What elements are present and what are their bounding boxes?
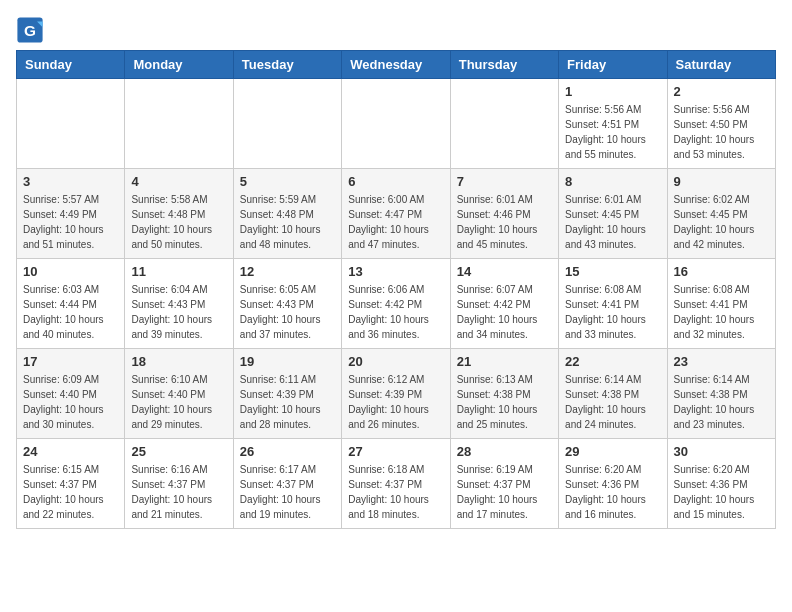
day-number: 14: [457, 264, 552, 279]
calendar-cell: 5Sunrise: 5:59 AMSunset: 4:48 PMDaylight…: [233, 169, 341, 259]
day-number: 17: [23, 354, 118, 369]
calendar-header-saturday: Saturday: [667, 51, 775, 79]
day-info: Sunrise: 6:20 AMSunset: 4:36 PMDaylight:…: [565, 462, 660, 522]
calendar-cell: 8Sunrise: 6:01 AMSunset: 4:45 PMDaylight…: [559, 169, 667, 259]
calendar-header-row: SundayMondayTuesdayWednesdayThursdayFrid…: [17, 51, 776, 79]
calendar-cell: 26Sunrise: 6:17 AMSunset: 4:37 PMDayligh…: [233, 439, 341, 529]
day-number: 20: [348, 354, 443, 369]
calendar-table: SundayMondayTuesdayWednesdayThursdayFrid…: [16, 50, 776, 529]
calendar-cell: 14Sunrise: 6:07 AMSunset: 4:42 PMDayligh…: [450, 259, 558, 349]
day-info: Sunrise: 5:56 AMSunset: 4:50 PMDaylight:…: [674, 102, 769, 162]
day-info: Sunrise: 6:00 AMSunset: 4:47 PMDaylight:…: [348, 192, 443, 252]
logo-icon: G: [16, 16, 44, 44]
day-number: 5: [240, 174, 335, 189]
calendar-cell: 4Sunrise: 5:58 AMSunset: 4:48 PMDaylight…: [125, 169, 233, 259]
calendar-cell: 21Sunrise: 6:13 AMSunset: 4:38 PMDayligh…: [450, 349, 558, 439]
calendar-cell: [125, 79, 233, 169]
calendar-cell: 9Sunrise: 6:02 AMSunset: 4:45 PMDaylight…: [667, 169, 775, 259]
day-info: Sunrise: 6:08 AMSunset: 4:41 PMDaylight:…: [674, 282, 769, 342]
calendar-week-row: 17Sunrise: 6:09 AMSunset: 4:40 PMDayligh…: [17, 349, 776, 439]
calendar-cell: 16Sunrise: 6:08 AMSunset: 4:41 PMDayligh…: [667, 259, 775, 349]
calendar-header-friday: Friday: [559, 51, 667, 79]
day-number: 24: [23, 444, 118, 459]
day-number: 28: [457, 444, 552, 459]
calendar-header-sunday: Sunday: [17, 51, 125, 79]
calendar-cell: 11Sunrise: 6:04 AMSunset: 4:43 PMDayligh…: [125, 259, 233, 349]
day-number: 27: [348, 444, 443, 459]
day-info: Sunrise: 6:16 AMSunset: 4:37 PMDaylight:…: [131, 462, 226, 522]
day-number: 3: [23, 174, 118, 189]
calendar-cell: 29Sunrise: 6:20 AMSunset: 4:36 PMDayligh…: [559, 439, 667, 529]
day-info: Sunrise: 6:18 AMSunset: 4:37 PMDaylight:…: [348, 462, 443, 522]
day-number: 26: [240, 444, 335, 459]
day-number: 29: [565, 444, 660, 459]
day-number: 10: [23, 264, 118, 279]
day-info: Sunrise: 6:14 AMSunset: 4:38 PMDaylight:…: [674, 372, 769, 432]
calendar-cell: 7Sunrise: 6:01 AMSunset: 4:46 PMDaylight…: [450, 169, 558, 259]
calendar-week-row: 24Sunrise: 6:15 AMSunset: 4:37 PMDayligh…: [17, 439, 776, 529]
day-number: 21: [457, 354, 552, 369]
day-number: 23: [674, 354, 769, 369]
day-number: 9: [674, 174, 769, 189]
calendar-week-row: 3Sunrise: 5:57 AMSunset: 4:49 PMDaylight…: [17, 169, 776, 259]
calendar-cell: 12Sunrise: 6:05 AMSunset: 4:43 PMDayligh…: [233, 259, 341, 349]
day-number: 13: [348, 264, 443, 279]
day-info: Sunrise: 6:10 AMSunset: 4:40 PMDaylight:…: [131, 372, 226, 432]
calendar-cell: 1Sunrise: 5:56 AMSunset: 4:51 PMDaylight…: [559, 79, 667, 169]
day-info: Sunrise: 6:12 AMSunset: 4:39 PMDaylight:…: [348, 372, 443, 432]
day-info: Sunrise: 6:19 AMSunset: 4:37 PMDaylight:…: [457, 462, 552, 522]
calendar-header-tuesday: Tuesday: [233, 51, 341, 79]
day-number: 7: [457, 174, 552, 189]
day-info: Sunrise: 6:07 AMSunset: 4:42 PMDaylight:…: [457, 282, 552, 342]
calendar-cell: 2Sunrise: 5:56 AMSunset: 4:50 PMDaylight…: [667, 79, 775, 169]
day-info: Sunrise: 6:01 AMSunset: 4:45 PMDaylight:…: [565, 192, 660, 252]
day-number: 2: [674, 84, 769, 99]
calendar-header-monday: Monday: [125, 51, 233, 79]
day-info: Sunrise: 5:57 AMSunset: 4:49 PMDaylight:…: [23, 192, 118, 252]
day-info: Sunrise: 6:14 AMSunset: 4:38 PMDaylight:…: [565, 372, 660, 432]
day-info: Sunrise: 6:03 AMSunset: 4:44 PMDaylight:…: [23, 282, 118, 342]
calendar-cell: 20Sunrise: 6:12 AMSunset: 4:39 PMDayligh…: [342, 349, 450, 439]
day-info: Sunrise: 6:05 AMSunset: 4:43 PMDaylight:…: [240, 282, 335, 342]
logo: G: [16, 16, 48, 44]
calendar-cell: 13Sunrise: 6:06 AMSunset: 4:42 PMDayligh…: [342, 259, 450, 349]
day-number: 25: [131, 444, 226, 459]
day-info: Sunrise: 6:08 AMSunset: 4:41 PMDaylight:…: [565, 282, 660, 342]
calendar-cell: 19Sunrise: 6:11 AMSunset: 4:39 PMDayligh…: [233, 349, 341, 439]
calendar-cell: 22Sunrise: 6:14 AMSunset: 4:38 PMDayligh…: [559, 349, 667, 439]
calendar-cell: [17, 79, 125, 169]
calendar-cell: 17Sunrise: 6:09 AMSunset: 4:40 PMDayligh…: [17, 349, 125, 439]
day-number: 4: [131, 174, 226, 189]
day-number: 18: [131, 354, 226, 369]
day-info: Sunrise: 6:17 AMSunset: 4:37 PMDaylight:…: [240, 462, 335, 522]
calendar-cell: 24Sunrise: 6:15 AMSunset: 4:37 PMDayligh…: [17, 439, 125, 529]
day-info: Sunrise: 5:56 AMSunset: 4:51 PMDaylight:…: [565, 102, 660, 162]
calendar-cell: 28Sunrise: 6:19 AMSunset: 4:37 PMDayligh…: [450, 439, 558, 529]
calendar-cell: 25Sunrise: 6:16 AMSunset: 4:37 PMDayligh…: [125, 439, 233, 529]
day-number: 1: [565, 84, 660, 99]
day-info: Sunrise: 5:58 AMSunset: 4:48 PMDaylight:…: [131, 192, 226, 252]
day-info: Sunrise: 6:11 AMSunset: 4:39 PMDaylight:…: [240, 372, 335, 432]
calendar-cell: 23Sunrise: 6:14 AMSunset: 4:38 PMDayligh…: [667, 349, 775, 439]
calendar-cell: 3Sunrise: 5:57 AMSunset: 4:49 PMDaylight…: [17, 169, 125, 259]
calendar-week-row: 1Sunrise: 5:56 AMSunset: 4:51 PMDaylight…: [17, 79, 776, 169]
calendar-cell: [233, 79, 341, 169]
svg-text:G: G: [24, 22, 36, 39]
page-header: G: [16, 16, 776, 44]
day-info: Sunrise: 6:02 AMSunset: 4:45 PMDaylight:…: [674, 192, 769, 252]
day-number: 8: [565, 174, 660, 189]
calendar-header-thursday: Thursday: [450, 51, 558, 79]
day-info: Sunrise: 6:09 AMSunset: 4:40 PMDaylight:…: [23, 372, 118, 432]
day-info: Sunrise: 6:15 AMSunset: 4:37 PMDaylight:…: [23, 462, 118, 522]
day-info: Sunrise: 6:06 AMSunset: 4:42 PMDaylight:…: [348, 282, 443, 342]
calendar-cell: 27Sunrise: 6:18 AMSunset: 4:37 PMDayligh…: [342, 439, 450, 529]
day-number: 15: [565, 264, 660, 279]
calendar-cell: [342, 79, 450, 169]
day-number: 6: [348, 174, 443, 189]
day-info: Sunrise: 6:04 AMSunset: 4:43 PMDaylight:…: [131, 282, 226, 342]
day-number: 30: [674, 444, 769, 459]
day-number: 22: [565, 354, 660, 369]
calendar-cell: 18Sunrise: 6:10 AMSunset: 4:40 PMDayligh…: [125, 349, 233, 439]
day-number: 12: [240, 264, 335, 279]
day-info: Sunrise: 6:20 AMSunset: 4:36 PMDaylight:…: [674, 462, 769, 522]
